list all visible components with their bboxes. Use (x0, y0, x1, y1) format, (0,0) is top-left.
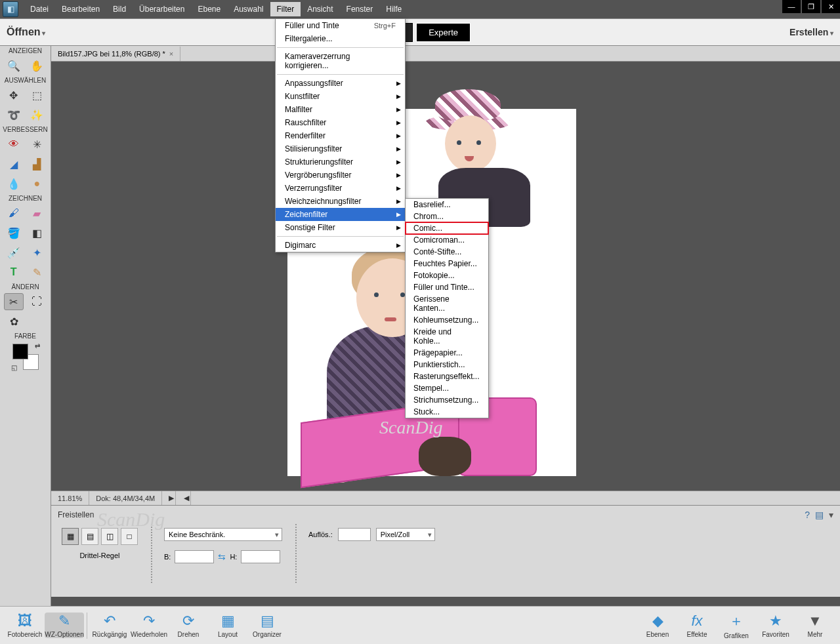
recompose-tool[interactable]: ⛶ (28, 293, 47, 310)
submenu-item[interactable]: Comic... (406, 222, 488, 234)
sponge-tool[interactable]: ● (28, 175, 47, 192)
submenu-item[interactable]: Stempel... (406, 382, 488, 394)
filter-item[interactable]: Digimarc▶ (276, 239, 405, 252)
filter-item[interactable]: Rauschfilter▶ (276, 116, 405, 129)
clone-stamp-tool[interactable]: ▟ (28, 155, 47, 172)
undo-button[interactable]: ↶Rückgängig (90, 613, 129, 638)
create-button[interactable]: Erstellen (789, 27, 833, 37)
grid-grid-icon[interactable]: ▤ (81, 528, 98, 545)
menu-ebene[interactable]: Ebene (191, 2, 227, 16)
swap-wh-icon[interactable]: ⇆ (218, 552, 226, 562)
pencil-tool[interactable]: ✎ (28, 264, 47, 281)
type-tool[interactable]: T (4, 264, 24, 281)
lasso-tool[interactable]: ➰ (4, 106, 24, 123)
submenu-item[interactable]: Punktierstich... (406, 359, 488, 371)
wz-options-button[interactable]: ✎WZ-Optionen (45, 613, 84, 638)
menu-fenster[interactable]: Fenster (340, 2, 380, 16)
width-input[interactable] (175, 550, 214, 563)
filter-item[interactable]: Strukturierungsfilter▶ (276, 155, 405, 169)
graphics-button[interactable]: ＋Grafiken (717, 611, 756, 639)
menu-auswahl[interactable]: Auswahl (227, 2, 270, 16)
redeye-tool[interactable]: 👁 (4, 136, 24, 153)
filter-item[interactable]: Filtergalerie... (276, 32, 405, 45)
filter-item[interactable]: Kunstfilter▶ (276, 90, 405, 103)
crop-tool[interactable]: ✂ (4, 293, 24, 310)
help-icon[interactable]: ? (805, 510, 810, 520)
swap-colors-icon[interactable]: ⇄ (35, 342, 40, 350)
filter-item[interactable]: Anpassungsfilter▶ (276, 77, 405, 90)
submenu-item[interactable]: Basrelief... (406, 199, 488, 211)
cookie-cutter-tool[interactable]: ✿ (4, 313, 24, 330)
close-button[interactable]: ✕ (822, 0, 840, 13)
favorites-button[interactable]: ★Favoriten (756, 613, 795, 638)
filter-item[interactable]: Renderfilter▶ (276, 129, 405, 142)
layers-button[interactable]: ◆Ebenen (638, 613, 677, 638)
submenu-item[interactable]: Chrom... (406, 211, 488, 222)
spot-heal-tool[interactable]: ✳ (28, 136, 47, 153)
menu-bild[interactable]: Bild (106, 2, 133, 16)
layout-button[interactable]: ▦Layout (208, 613, 247, 638)
color-swatches[interactable]: ⇄ ◱ (12, 344, 39, 370)
gradient-tool[interactable]: ◧ (28, 224, 47, 241)
menu-bearbeiten[interactable]: Bearbeiten (55, 2, 106, 16)
submenu-item[interactable]: Fotokopie... (406, 270, 488, 281)
menu-überarbeiten[interactable]: Überarbeiten (133, 2, 191, 16)
submenu-item[interactable]: Kohleumsetzung... (406, 314, 488, 326)
maximize-button[interactable]: ❐ (802, 0, 820, 13)
collapse-icon[interactable]: ▾ (829, 510, 833, 520)
tab-expert[interactable]: Experte (416, 23, 471, 42)
submenu-item[interactable]: Gerissene Kanten... (406, 293, 488, 314)
submenu-item[interactable]: Kreide und Kohle... (406, 326, 488, 347)
filter-item[interactable]: Füller und TinteStrg+F (276, 19, 405, 32)
grid-thirds-icon[interactable]: ▦ (62, 528, 79, 545)
submenu-item[interactable]: Füller und Tinte... (406, 281, 488, 293)
shape-tool[interactable]: ✦ (28, 244, 47, 261)
filter-item[interactable]: Stilisierungsfilter▶ (276, 142, 405, 155)
document-tab[interactable]: Bild157.JPG bei 11,8% (RGB/8) * × (51, 47, 180, 61)
default-colors-icon[interactable]: ◱ (11, 364, 17, 371)
filter-item[interactable]: Kameraverzerrung korrigieren... (276, 50, 405, 72)
zoom-level[interactable]: 11.81% (51, 491, 89, 505)
filter-item[interactable]: Weichzeichnungsfilter▶ (276, 195, 405, 208)
blur-tool[interactable]: 💧 (4, 175, 24, 192)
marquee-tool[interactable]: ⬚ (28, 87, 47, 104)
status-arrow-icon[interactable]: ▶ (162, 491, 176, 505)
menu-ansicht[interactable]: Ansicht (301, 2, 339, 16)
foreground-color[interactable] (12, 344, 28, 359)
submenu-item[interactable]: Comicroman... (406, 234, 488, 246)
magic-wand-tool[interactable]: ✨ (28, 106, 47, 123)
minimize-button[interactable]: — (782, 0, 801, 13)
eyedropper-tool[interactable]: 💉 (4, 244, 24, 261)
zoom-tool[interactable]: 🔍 (4, 57, 24, 74)
filter-item[interactable]: Vergröberungsfilter▶ (276, 169, 405, 182)
filter-item[interactable]: Zeichenfilter▶ (276, 208, 405, 221)
more-button[interactable]: ▼Mehr (795, 613, 835, 638)
filter-item[interactable]: Malfilter▶ (276, 103, 405, 116)
submenu-item[interactable]: Rasterungseffekt... (406, 371, 488, 382)
brush-tool[interactable]: 🖌 (4, 205, 24, 222)
effects-button[interactable]: fxEffekte (677, 613, 717, 638)
move-tool[interactable]: ✥ (4, 87, 24, 104)
submenu-item[interactable]: Strichumsetzung... (406, 394, 488, 406)
close-tab-icon[interactable]: × (169, 50, 173, 58)
open-button[interactable]: Öffnen (7, 26, 45, 38)
height-input[interactable] (241, 550, 280, 563)
submenu-item[interactable]: Prägepapier... (406, 347, 488, 359)
smart-brush-tool[interactable]: ◢ (4, 155, 24, 172)
submenu-item[interactable]: Conté-Stifte... (406, 246, 488, 258)
resolution-unit-dropdown[interactable]: Pixel/Zoll (376, 528, 435, 541)
paint-bucket-tool[interactable]: 🪣 (4, 224, 24, 241)
submenu-item[interactable]: Feuchtes Papier... (406, 258, 488, 270)
menu-hilfe[interactable]: Hilfe (379, 2, 408, 16)
doc-size[interactable]: Dok: 48,4M/34,4M (89, 491, 162, 505)
filter-item[interactable]: Verzerrungsfilter▶ (276, 182, 405, 195)
constraint-dropdown[interactable]: Keine Beschränk. (164, 528, 282, 541)
rotate-button[interactable]: ⟳Drehen (169, 613, 208, 638)
redo-button[interactable]: ↷Wiederholen (129, 613, 169, 638)
submenu-item[interactable]: Stuck... (406, 406, 488, 418)
fotobereich-button[interactable]: 🖼Fotobereich (5, 613, 45, 638)
hand-tool[interactable]: ✋ (28, 57, 47, 74)
options-menu-icon[interactable]: ▤ (815, 510, 824, 520)
menu-filter[interactable]: Filter (270, 2, 301, 16)
scroll-left-icon[interactable]: ◀ (177, 491, 191, 505)
